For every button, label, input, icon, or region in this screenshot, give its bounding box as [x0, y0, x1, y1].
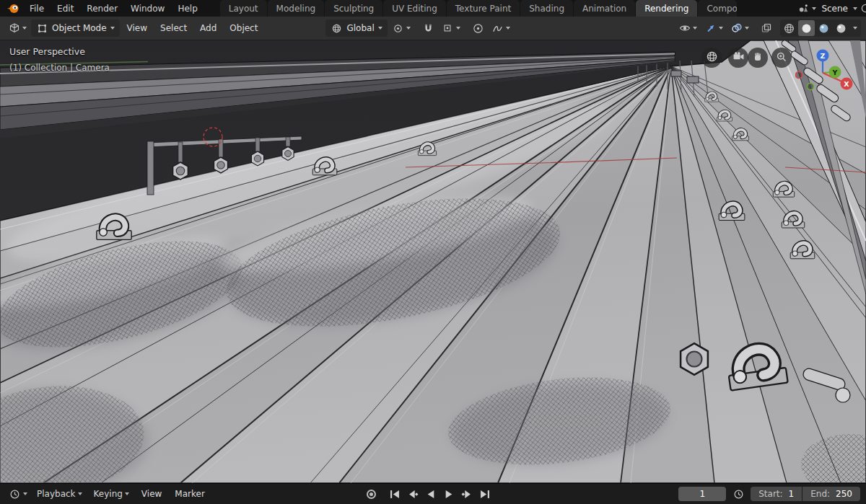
clock-icon [732, 488, 745, 500]
magnet-icon [422, 22, 434, 35]
menu-help[interactable]: Help [171, 0, 204, 17]
overlays-icon [730, 22, 743, 35]
prev-keyframe-button[interactable] [405, 487, 421, 501]
blender-logo-icon[interactable] [4, 0, 23, 17]
start-label: Start: [758, 489, 782, 499]
blender-window: File Edit Render Window Help Layout Mode… [0, 0, 866, 504]
collection-breadcrumb: (1) Collection | Camera [9, 63, 110, 73]
eye-icon [678, 22, 691, 35]
keying-label: Keying [94, 489, 123, 499]
start-value: 1 [789, 489, 795, 499]
chevron-down-icon [456, 27, 460, 30]
end-value: 250 [836, 489, 852, 499]
jump-to-end-button[interactable] [477, 487, 493, 501]
snap-settings-dropdown[interactable] [439, 19, 463, 37]
chevron-down-icon [745, 27, 749, 30]
tab-animation[interactable]: Animation [574, 0, 635, 17]
menu-edit[interactable]: Edit [51, 0, 80, 17]
pivot-point-dropdown[interactable] [389, 19, 414, 37]
shading-wireframe-button[interactable] [781, 20, 797, 36]
timeline-menu-view[interactable]: View [136, 485, 167, 503]
menu-object[interactable]: Object [224, 19, 263, 37]
gizmos-dropdown[interactable] [701, 19, 726, 37]
play-reverse-button[interactable] [423, 487, 439, 501]
playback-dropdown[interactable]: Playback [32, 485, 87, 503]
menu-window[interactable]: Window [124, 0, 171, 17]
tab-modeling[interactable]: Modeling [268, 0, 325, 17]
view-layer-icon [860, 2, 866, 14]
pan-view-button[interactable] [748, 48, 768, 68]
use-preview-range-button[interactable] [730, 487, 746, 501]
clock-editor-icon [9, 488, 21, 500]
auto-keying-record-button[interactable] [363, 487, 379, 501]
menu-add[interactable]: Add [194, 19, 222, 37]
transport-controls [363, 484, 493, 504]
next-keyframe-button[interactable] [459, 487, 475, 501]
menu-select[interactable]: Select [154, 19, 193, 37]
start-frame-field[interactable]: Start: 1 [751, 487, 802, 501]
shading-mode-group [780, 19, 861, 37]
jump-to-start-button[interactable] [387, 487, 403, 501]
timeline-left-controls: Playback Keying View Marker [6, 485, 211, 503]
playback-label: Playback [37, 489, 76, 499]
menu-file[interactable]: File [23, 0, 51, 17]
global-orientation-icon [331, 22, 343, 35]
viewport-editor-icon [8, 22, 20, 35]
scene-selector[interactable]: Scene [797, 0, 866, 17]
proportional-circle-icon [472, 22, 484, 35]
axis-gizmo[interactable]: Z Y X [795, 45, 856, 99]
falloff-curve-icon [491, 22, 504, 35]
end-frame-field[interactable]: End: 250 [802, 487, 860, 501]
proportional-editing-toggle[interactable] [469, 19, 487, 37]
mode-label: Object Mode [52, 23, 107, 33]
current-frame-field[interactable]: 1 [678, 487, 726, 501]
shading-rendered-button[interactable] [833, 20, 849, 36]
tab-texture-paint[interactable]: Texture Paint [447, 0, 520, 17]
menu-render[interactable]: Render [80, 0, 124, 17]
workspace-tabs: Layout Modeling Sculpting UV Editing Tex… [220, 0, 738, 17]
tab-compositing[interactable]: Compos [698, 0, 737, 17]
camera-icon [732, 50, 745, 65]
transform-orientation-dropdown[interactable]: Global [325, 19, 387, 37]
tab-sculpting[interactable]: Sculpting [325, 0, 382, 17]
snap-toggle[interactable] [419, 19, 437, 37]
orientation-label: Global [346, 23, 374, 33]
chevron-down-icon [78, 492, 82, 495]
tab-shading[interactable]: Shading [520, 0, 573, 17]
viewport-header: Object Mode View Select Add Object Globa… [0, 17, 866, 40]
menu-view[interactable]: View [121, 19, 153, 37]
tab-rendering[interactable]: Rendering [636, 0, 697, 17]
camera-view-button[interactable] [728, 48, 748, 68]
chevron-down-icon [853, 27, 857, 30]
scene-render[interactable] [0, 40, 866, 483]
chevron-down-icon [23, 492, 27, 495]
overlays-dropdown[interactable] [727, 19, 752, 37]
mode-dropdown[interactable]: Object Mode [31, 19, 120, 37]
zoom-view-button[interactable] [771, 48, 792, 68]
chevron-down-icon [110, 27, 115, 30]
axis-z-label: Z [821, 52, 826, 60]
keying-dropdown[interactable]: Keying [89, 485, 134, 503]
chevron-down-icon [693, 27, 697, 30]
scene-name-label: Scene [818, 4, 851, 14]
object-mode-icon [36, 22, 48, 35]
frame-range: Start: 1 End: 250 [751, 487, 860, 501]
shading-solid-button[interactable] [798, 20, 815, 36]
timeline-editor-type-button[interactable] [6, 485, 30, 503]
view-perspective-label: User Perspective [9, 46, 85, 57]
shading-material-button[interactable] [815, 20, 832, 36]
object-visibility-dropdown[interactable] [675, 19, 700, 37]
timeline-menu-marker[interactable]: Marker [169, 485, 210, 503]
timeline: Playback Keying View Marker [0, 483, 866, 504]
tab-layout[interactable]: Layout [220, 0, 267, 17]
timeline-right-controls: 1 Start: 1 End: 250 [678, 487, 860, 501]
editor-type-button[interactable] [5, 19, 30, 37]
chevron-down-icon [719, 27, 723, 30]
xray-toggle[interactable] [757, 19, 775, 37]
play-button[interactable] [441, 487, 457, 501]
viewport-3d[interactable]: User Perspective (1) Collection | Camera [0, 40, 866, 483]
proportional-falloff-dropdown[interactable] [489, 19, 513, 37]
tab-uv-editing[interactable]: UV Editing [383, 0, 446, 17]
chevron-down-icon [406, 27, 411, 30]
toggle-perspective-button[interactable] [701, 48, 722, 68]
